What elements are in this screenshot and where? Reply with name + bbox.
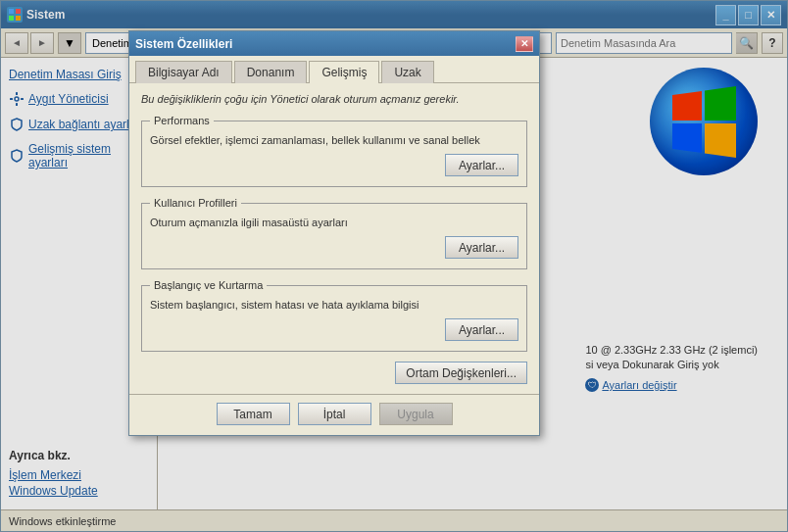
performance-btn-row: Ayarlar... xyxy=(150,154,518,176)
tab-bilgisayar-adi[interactable]: Bilgisayar Adı xyxy=(135,61,232,83)
user-profiles-btn-row: Ayarlar... xyxy=(150,236,518,259)
system-properties-dialog: Sistem Özellikleri ✕ Bilgisayar Adı Dona… xyxy=(128,30,540,436)
performance-section: Performans Görsel efektler, işlemci zama… xyxy=(141,115,527,187)
user-profiles-section: Kullanıcı Profilleri Oturum açmanızla il… xyxy=(141,197,527,269)
tab-uzak[interactable]: Uzak xyxy=(381,61,433,83)
startup-recovery-btn-row: Ayarlar... xyxy=(150,318,518,341)
modal-overlay: Sistem Özellikleri ✕ Bilgisayar Adı Dona… xyxy=(1,1,787,531)
cancel-button[interactable]: İptal xyxy=(298,403,371,425)
user-profiles-settings-button[interactable]: Ayarlar... xyxy=(445,236,518,259)
dialog-content: Bu değişikliklerin çoğu için Yönetici ol… xyxy=(129,83,539,394)
dialog-notice: Bu değişikliklerin çoğu için Yönetici ol… xyxy=(141,93,527,105)
startup-recovery-settings-button[interactable]: Ayarlar... xyxy=(445,318,518,341)
dialog-footer: Tamam İptal Uygula xyxy=(129,394,539,435)
performance-settings-button[interactable]: Ayarlar... xyxy=(445,154,518,176)
dialog-close-button[interactable]: ✕ xyxy=(516,36,533,52)
dialog-tabs: Bilgisayar Adı Donanım Gelişmiş Uzak xyxy=(129,56,539,83)
startup-recovery-legend: Başlangıç ve Kurtarma xyxy=(150,279,267,291)
performance-legend: Performans xyxy=(150,115,214,126)
main-window: Sistem _ □ ✕ ◄ ► ▼ Denetim Masası ▶ Sist… xyxy=(0,0,788,532)
dialog-title-bar: Sistem Özellikleri ✕ xyxy=(129,31,539,56)
env-btn-row: Ortam Değişkenleri... xyxy=(141,362,527,384)
apply-button[interactable]: Uygula xyxy=(379,403,453,425)
startup-recovery-description: Sistem başlangıcı, sistem hatası ve hata… xyxy=(150,299,518,311)
startup-recovery-section: Başlangıç ve Kurtarma Sistem başlangıcı,… xyxy=(141,279,527,352)
performance-description: Görsel efektler, işlemci zamanlaması, be… xyxy=(150,134,518,146)
ok-button[interactable]: Tamam xyxy=(217,403,290,425)
user-profiles-description: Oturum açmanızla ilgili masaüstü ayarlar… xyxy=(150,217,518,228)
tab-donanim[interactable]: Donanım xyxy=(234,61,308,83)
dialog-title: Sistem Özellikleri xyxy=(135,37,516,51)
environment-variables-button[interactable]: Ortam Değişkenleri... xyxy=(395,362,527,384)
user-profiles-legend: Kullanıcı Profilleri xyxy=(150,197,241,209)
tab-gelismis[interactable]: Gelişmiş xyxy=(309,61,379,83)
